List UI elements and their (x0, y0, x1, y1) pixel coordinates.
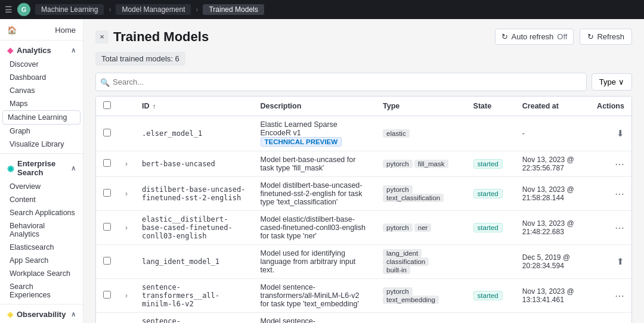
row-type: pytorchner (376, 211, 466, 245)
row-created-at: Nov 13, 2023 @ 21:48:22.683 (515, 211, 590, 245)
breadcrumb-machine-learning[interactable]: Machine Learning (35, 4, 104, 15)
type-tag: lang_ident (383, 249, 422, 257)
enterprise-chevron: ∧ (71, 164, 76, 172)
more-actions-icon[interactable]: ⋯ (615, 189, 624, 199)
sidebar-item-visualize-library[interactable]: Visualize Library (0, 138, 83, 151)
sidebar-section-enterprise-search[interactable]: ◉ Enterprise Search ∧ (0, 156, 83, 180)
auto-refresh-control[interactable]: ↻ Auto refresh Off (495, 29, 574, 45)
row-checkbox[interactable] (103, 189, 111, 197)
table-row: lang_ident_model_1Model used for identif… (96, 245, 631, 279)
sidebar-item-overview[interactable]: Overview (0, 180, 83, 193)
state-badge: started (473, 189, 503, 198)
row-description: Model bert-base-uncased for task type 'f… (253, 151, 376, 177)
type-tag: fill_mask (414, 160, 448, 168)
sidebar-item-canvas[interactable]: Canvas (0, 84, 83, 97)
row-checkbox[interactable] (103, 291, 111, 299)
sidebar-item-discover[interactable]: Discover (0, 58, 83, 71)
models-table-container: ID ↑ Description Type State Created at A… (95, 96, 632, 323)
table-row: ›sentence-transformers__distiluse-base-m… (96, 313, 631, 324)
models-table: ID ↑ Description Type State Created at A… (96, 97, 631, 323)
row-type: pytorchtext_embedding (376, 279, 466, 313)
row-checkbox[interactable] (103, 159, 111, 167)
row-checkbox[interactable] (103, 257, 111, 265)
close-button[interactable]: × (95, 30, 109, 44)
state-badge: started (473, 291, 503, 300)
row-created-at: - (515, 116, 590, 151)
page-title: Trained Models (113, 29, 209, 45)
row-state (466, 116, 515, 151)
upload-action-icon[interactable]: ⬆ (617, 256, 624, 266)
th-actions: Actions (590, 97, 631, 116)
sidebar-item-content[interactable]: Content (0, 193, 83, 206)
search-input[interactable] (95, 73, 587, 91)
table-row: ›bert-base-uncasedModel bert-base-uncase… (96, 151, 631, 177)
row-id: lang_ident_model_1 (135, 245, 253, 279)
row-description: Model sentence-transformers/distiluse-ba… (253, 313, 376, 324)
state-badge: started (473, 159, 503, 169)
th-checkbox (96, 97, 118, 116)
more-actions-icon[interactable]: ⋯ (615, 159, 624, 169)
row-created-at: Nov 13, 2023 @ 13:13:41.461 (515, 279, 590, 313)
sidebar-section-analytics[interactable]: ◆ Analytics ∧ (0, 43, 83, 58)
observability-label: Observability (17, 310, 66, 319)
avatar: G (17, 3, 30, 16)
auto-refresh-label: Auto refresh (512, 32, 554, 41)
table-row: ›distilbert-base-uncased-finetuned-sst-2… (96, 177, 631, 211)
sidebar-item-search-experiences[interactable]: Search Experiences (0, 280, 83, 302)
sidebar-item-maps[interactable]: Maps (0, 97, 83, 110)
row-description: Model used for identifying language from… (253, 245, 376, 279)
row-actions: ⋯ (590, 313, 631, 324)
type-chevron-icon: ∨ (618, 77, 624, 86)
expand-icon[interactable]: › (125, 160, 128, 168)
sidebar-section-observability[interactable]: ◈ Observability ∧ (0, 307, 83, 322)
expand-icon[interactable]: › (125, 190, 128, 198)
type-filter-button[interactable]: Type ∨ (592, 73, 632, 91)
expand-icon[interactable]: › (125, 223, 128, 232)
type-tag: ner (414, 223, 432, 232)
select-all-checkbox[interactable] (103, 101, 111, 109)
search-bar-row: 🔍 Type ∨ (95, 73, 632, 91)
row-type: pytorchtext_embedding (376, 313, 466, 324)
search-icon: 🔍 (100, 77, 110, 86)
row-checkbox[interactable] (103, 223, 111, 231)
tag-technical-preview: TECHNICAL PREVIEW (261, 137, 342, 147)
sidebar-item-home[interactable]: 🏠 Home (0, 23, 83, 38)
row-checkbox[interactable] (103, 129, 111, 136)
row-actions: ⋯ (590, 279, 631, 313)
auto-refresh-state: Off (557, 32, 567, 41)
refresh-btn-label: Refresh (597, 32, 624, 41)
sidebar-item-elasticsearch[interactable]: Elasticsearch (0, 241, 83, 254)
sidebar-item-behavioral-analytics[interactable]: Behavioral Analytics (0, 219, 83, 241)
row-actions: ⋯ (590, 151, 631, 177)
breadcrumb-model-management[interactable]: Model Management (116, 4, 191, 15)
row-id: .elser_model_1 (135, 116, 253, 151)
enterprise-icon: ◉ (7, 164, 14, 173)
row-id: elastic__distilbert-base-cased-finetuned… (135, 211, 253, 245)
sidebar-item-graph[interactable]: Graph (0, 125, 83, 138)
refresh-btn-icon: ↻ (587, 32, 594, 41)
page-header: × Trained Models ↻ Auto refresh Off ↻ Re… (95, 29, 632, 45)
type-tag: classification (383, 257, 429, 266)
hamburger-icon[interactable]: ☰ (5, 5, 13, 14)
type-tag: pytorch (383, 223, 413, 232)
download-action-icon[interactable]: ⬇ (617, 128, 624, 138)
th-id[interactable]: ID ↑ (135, 97, 253, 116)
sidebar-item-search-applications[interactable]: Search Applications (0, 206, 83, 219)
type-tag: text_classification (383, 194, 444, 202)
sort-arrow: ↑ (153, 103, 156, 110)
row-id: sentence-transformers__all-minilm-l6-v2 (135, 279, 253, 313)
row-id: bert-base-uncased (135, 151, 253, 177)
row-state (466, 313, 515, 324)
sidebar-item-dashboard[interactable]: Dashboard (0, 71, 83, 84)
row-actions: ⋯ (590, 177, 631, 211)
sidebar-item-app-search[interactable]: App Search (0, 254, 83, 267)
more-actions-icon[interactable]: ⋯ (615, 223, 624, 233)
analytics-label: Analytics (17, 46, 51, 55)
expand-icon[interactable]: › (125, 291, 128, 300)
row-state: started (466, 177, 515, 211)
sidebar-item-workplace-search[interactable]: Workplace Search (0, 267, 83, 280)
sidebar-item-machine-learning[interactable]: Machine Learning (2, 110, 80, 125)
breadcrumb-trained-models[interactable]: Trained Models (203, 4, 264, 15)
more-actions-icon[interactable]: ⋯ (615, 291, 624, 301)
refresh-button[interactable]: ↻ Refresh (580, 29, 632, 45)
